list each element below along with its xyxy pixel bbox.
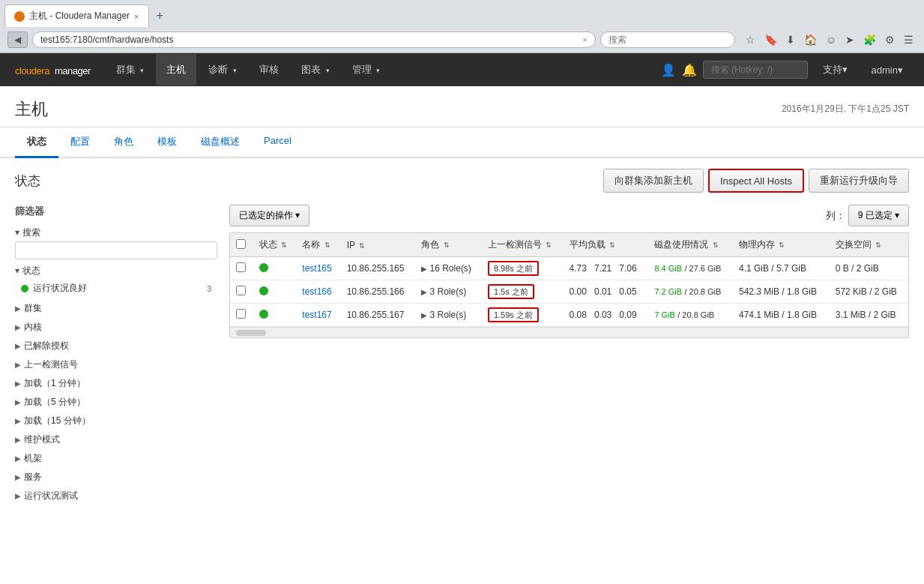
row3-signal-cell: 1.59s 之前	[482, 304, 564, 327]
sidebar-group-decommission[interactable]: ▶已解除授权	[15, 337, 217, 355]
sidebar-group-kernel[interactable]: ▶内核	[15, 319, 217, 336]
sidebar-group-service[interactable]: ▶服务	[15, 469, 217, 486]
nav-admin[interactable]: 管理 ▾	[342, 54, 391, 85]
add-host-button[interactable]: 向群集添加新主机	[603, 169, 704, 193]
tab-close-button[interactable]: ×	[134, 12, 139, 21]
cols-label: 列：	[826, 209, 845, 223]
back-button[interactable]: ◀	[7, 31, 28, 48]
admin-user-button[interactable]: admin▾	[863, 58, 912, 82]
sidebar-status-label[interactable]: ▾状态	[15, 262, 217, 280]
filter-good-health[interactable]: 运行状况良好 3	[15, 280, 217, 297]
nav-cluster[interactable]: 群集 ▾	[106, 54, 155, 85]
nav-hosts[interactable]: 主机	[156, 54, 196, 85]
row1-host-link[interactable]: test165	[302, 263, 331, 274]
col-avg-load[interactable]: 平均负载 ⇅	[564, 233, 649, 257]
row3-checkbox[interactable]	[236, 309, 246, 319]
url-text: test165:7180/cmf/hardware/hosts	[40, 34, 578, 45]
row2-last-signal: 1.5s 之前	[488, 284, 534, 299]
star-icon[interactable]: ☆	[743, 32, 758, 47]
tab-roles[interactable]: 角色	[102, 127, 145, 158]
row1-disk-cell: 8.4 GiB / 27.6 GiB	[648, 257, 733, 280]
row2-name-cell[interactable]: test166	[296, 280, 340, 304]
col-disk[interactable]: 磁盘使用情况 ⇅	[648, 233, 733, 257]
table-row: test167 10.86.255.167 ▶ 3 Role(s) 1.59s …	[230, 304, 908, 327]
home-icon[interactable]: 🏠	[801, 32, 820, 47]
menu-icon[interactable]: ☰	[901, 32, 917, 47]
row1-roles-arrow-icon: ▶	[421, 265, 427, 273]
sidebar-group-last-heartbeat[interactable]: ▶上一检测信号	[15, 356, 217, 373]
row2-host-link[interactable]: test166	[302, 286, 331, 297]
row1-load-cell: 4.73 7.21 7.06	[564, 257, 649, 280]
row2-status-dot	[259, 286, 268, 295]
row1-name-cell[interactable]: test165	[296, 257, 340, 280]
section-actions: 向群集添加新主机 Inspect All Hosts 重新运行升级向导	[603, 169, 909, 193]
alerts-icon[interactable]: 🔔	[682, 63, 697, 77]
row3-name-cell[interactable]: test167	[296, 304, 340, 327]
browser-search-input[interactable]	[609, 34, 727, 45]
download-icon[interactable]: ⬇	[783, 32, 798, 47]
tab-templates[interactable]: 模板	[145, 127, 189, 158]
sidebar-group-health-tests[interactable]: ▶运行状况测试	[15, 487, 217, 505]
emoji-icon[interactable]: ☺	[823, 32, 839, 47]
sidebar-group-rack[interactable]: ▶机架	[15, 450, 217, 467]
col-last-signal[interactable]: 上一检测信号 ⇅	[482, 233, 564, 257]
row1-roles-cell[interactable]: ▶ 16 Role(s)	[415, 257, 482, 280]
row2-status-cell	[253, 280, 296, 304]
row2-disk-cell: 7.2 GiB / 20.8 GiB	[648, 280, 733, 304]
sidebar-search-input[interactable]	[15, 241, 217, 259]
tab-parcel[interactable]: Parcel	[252, 127, 304, 158]
plugin-icon[interactable]: 🧩	[860, 32, 879, 47]
tab-disk-overview[interactable]: 磁盘概述	[189, 127, 252, 158]
tab-config[interactable]: 配置	[58, 127, 102, 158]
col-name[interactable]: 名称 ⇅	[296, 233, 340, 257]
horizontal-scrollbar[interactable]	[230, 327, 908, 337]
upgrade-wizard-button[interactable]: 重新运行升级向导	[809, 169, 909, 193]
row2-checkbox[interactable]	[236, 286, 246, 295]
selected-ops-button[interactable]: 已选定的操作 ▾	[229, 205, 309, 226]
row3-host-link[interactable]: test167	[302, 310, 331, 320]
browser-search-box[interactable]	[600, 31, 735, 48]
col-swap[interactable]: 交换空间 ⇅	[830, 233, 908, 257]
nav-diagnostics[interactable]: 诊断 ▾	[198, 54, 247, 85]
cols-select-button[interactable]: 9 已选定 ▾	[848, 205, 909, 226]
col-ip[interactable]: IP ⇅	[341, 233, 415, 257]
send-icon[interactable]: ➤	[842, 32, 857, 47]
row1-mem-cell: 4.1 GiB / 5.7 GiB	[733, 257, 830, 280]
row1-checkbox[interactable]	[236, 262, 246, 272]
sidebar-group-load1[interactable]: ▶加载（1 分钟）	[15, 375, 217, 392]
hosts-table-wrapper: 状态 ⇅ 名称 ⇅ IP ⇅	[229, 232, 909, 338]
active-tab[interactable]: 主机 - Cloudera Manager ×	[4, 4, 149, 27]
settings-icon[interactable]: ⚙	[882, 32, 898, 47]
inspect-all-hosts-button[interactable]: Inspect All Hosts	[708, 169, 804, 193]
notifications-icon[interactable]: 👤	[661, 63, 676, 77]
select-all-checkbox[interactable]	[236, 239, 246, 249]
url-box[interactable]: test165:7180/cmf/hardware/hosts ×	[32, 31, 596, 48]
global-search-input[interactable]	[703, 61, 808, 79]
page-header: 主机 2016年1月29日, 下午1点25 JST	[0, 86, 924, 127]
row2-roles-cell[interactable]: ▶ 3 Role(s)	[415, 280, 482, 304]
table-area: 已选定的操作 ▾ 列： 9 已选定 ▾ 状态 ⇅	[229, 200, 909, 506]
sidebar-group-cluster[interactable]: ▶群集	[15, 300, 217, 317]
bookmark-icon[interactable]: 🔖	[761, 32, 780, 47]
col-memory[interactable]: 物理内存 ⇅	[733, 233, 830, 257]
col-status[interactable]: 状态 ⇅	[253, 233, 296, 257]
sidebar-group-maintenance[interactable]: ▶维护模式	[15, 431, 217, 448]
row3-checkbox-cell[interactable]	[230, 304, 253, 327]
sidebar-search-label[interactable]: ▾搜索	[15, 224, 217, 241]
row2-checkbox-cell[interactable]	[230, 280, 253, 304]
support-button[interactable]: 支持▾	[814, 57, 857, 82]
col-roles[interactable]: 角色 ⇅	[415, 233, 482, 257]
col-checkbox[interactable]	[230, 233, 253, 257]
row1-checkbox-cell[interactable]	[230, 257, 253, 280]
tab-status[interactable]: 状态	[15, 127, 58, 158]
sidebar-group-load15[interactable]: ▶加载（15 分钟）	[15, 412, 217, 430]
new-tab-button[interactable]: +	[151, 6, 169, 25]
row3-load-cell: 0.08 0.03 0.09	[564, 304, 649, 327]
nav-audit[interactable]: 审核	[249, 54, 289, 85]
table-row: test165 10.86.255.165 ▶ 16 Role(s) 8.98s…	[230, 257, 908, 280]
sidebar-group-load5[interactable]: ▶加载（5 分钟）	[15, 394, 217, 411]
row3-roles-cell[interactable]: ▶ 3 Role(s)	[415, 304, 482, 327]
url-clear-button[interactable]: ×	[582, 35, 587, 44]
nav-charts[interactable]: 图表 ▾	[291, 54, 340, 85]
admin-arrow-icon: ▾	[376, 67, 380, 74]
